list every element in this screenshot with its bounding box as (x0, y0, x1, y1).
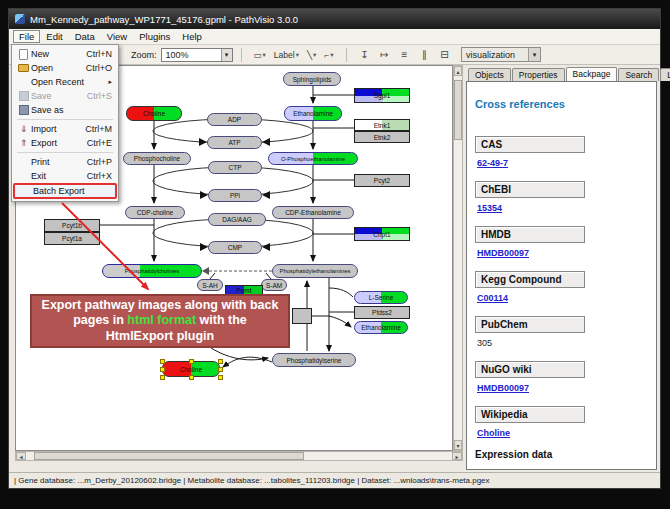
menu-plugins[interactable]: Plugins (133, 30, 176, 43)
pathway-node-cmp[interactable]: CMP (208, 241, 262, 254)
pathway-node-pcyt2[interactable]: Pcyt2 (354, 174, 410, 187)
canvas-vertical-scrollbar[interactable]: ▴ ▾ (453, 65, 463, 451)
xref-link[interactable]: Choline (477, 428, 510, 438)
selection-handle[interactable] (160, 359, 165, 364)
pathway-node-cdp-ethanolamine[interactable]: CDP-Ethanolamine (272, 206, 354, 219)
file-menu-item-export[interactable]: ⇑ExportCtrl+E (13, 136, 117, 150)
pathway-node-ppi[interactable]: PPi (208, 189, 262, 202)
pathway-node-sphingolipids[interactable]: Sphingolipids (283, 72, 341, 86)
pathway-node-phosphatidylethanolamines[interactable]: Phosphatidylethanolamines (272, 264, 358, 278)
pathway-node-pcyt1b[interactable]: Pcyt1b (44, 219, 100, 232)
pathway-node-ethanolamine[interactable]: Ethanolamine (354, 321, 408, 334)
file-menu-item-print[interactable]: PrintCtrl+P (13, 155, 117, 169)
xref-link[interactable]: HMDB00097 (477, 248, 529, 258)
file-menu-item-exit[interactable]: ExitCtrl+X (13, 169, 117, 183)
shortcut-label: Ctrl+S (87, 91, 114, 101)
pathway-node-l-serine[interactable]: L-Serine (354, 291, 408, 304)
zoom-combobox[interactable]: 100% ▾ (161, 48, 233, 62)
tab-objects[interactable]: Objects (468, 68, 511, 81)
scroll-left-icon[interactable]: ◂ (16, 452, 26, 460)
xref-link[interactable]: 15354 (477, 203, 502, 213)
pathway-node-o-phosphoethanolamine[interactable]: O-Phosphoethanolamine (268, 152, 358, 165)
pathway-node-atp[interactable]: ATP (207, 136, 262, 149)
label-tool[interactable]: Label▾ (270, 48, 303, 62)
file-menu-item-batch-export[interactable]: Batch Export (13, 183, 117, 199)
scroll-right-icon[interactable]: ▸ (452, 452, 462, 460)
tab-legend[interactable]: Legend (660, 68, 670, 81)
zoom-dropdown-icon[interactable]: ▾ (221, 49, 232, 61)
file-menu-item-new[interactable]: NewCtrl+N (13, 47, 117, 61)
pathway-node-phosphocholine[interactable]: Phosphocholine (123, 152, 191, 165)
menu-view[interactable]: View (101, 30, 133, 43)
pathway-node-adp[interactable]: ADP (207, 113, 262, 126)
pathway-node-ptdss2[interactable]: Ptdss2 (354, 306, 410, 319)
tab-backpage[interactable]: Backpage (566, 67, 618, 81)
visualization-dropdown-icon[interactable]: ▾ (528, 48, 540, 61)
tab-search[interactable]: Search (618, 68, 659, 81)
connector-tool[interactable]: ⌐▾ (320, 48, 337, 62)
xref-link[interactable]: HMDB00097 (477, 383, 529, 393)
shortcut-label: Ctrl+M (85, 124, 114, 134)
xref-title: CAS (475, 136, 585, 153)
title-bar[interactable]: Mm_Kennedy_pathway_WP1771_45176.gpml - P… (9, 9, 660, 29)
file-menu-item-save-as[interactable]: Save as (13, 103, 117, 117)
pathway-node-ethanolamine[interactable]: Ethanolamine (284, 106, 342, 121)
menu-edit[interactable]: Edit (40, 30, 68, 43)
selection-handle[interactable] (218, 375, 223, 380)
pathway-node-choline[interactable]: Choline (126, 106, 182, 121)
submenu-arrow-icon: ▸ (108, 78, 114, 86)
import-icon: ⇓ (16, 123, 31, 135)
pathway-node-s-ah[interactable]: S-AH (197, 279, 223, 291)
visualization-combobox[interactable]: visualization ▾ (461, 47, 541, 62)
new-document-icon (16, 48, 31, 60)
print-icon[interactable]: ⊟ (437, 47, 453, 62)
selection-handle[interactable] (218, 359, 223, 364)
datanode-tool[interactable]: ▭▾ (250, 48, 270, 62)
menu-help[interactable]: Help (176, 30, 208, 43)
pathway-node-phosphatidylcholines[interactable]: Phosphatidylcholines (102, 264, 202, 278)
scroll-up-icon[interactable]: ▴ (454, 66, 462, 76)
menu-file[interactable]: File (13, 30, 40, 43)
shortcut-label: Ctrl+O (86, 63, 114, 73)
align-center-y-icon[interactable]: ↦ (377, 47, 393, 62)
file-menu-item-label: New (31, 49, 86, 59)
horizontal-scroll-thumb[interactable] (34, 452, 304, 460)
pathway-node-etnk2[interactable]: Etnk2 (354, 131, 410, 143)
cross-references-heading: Cross references (475, 98, 648, 110)
pathway-node-sgpl1[interactable]: Sgpl1 (354, 88, 410, 103)
pathway-node-cdp-choline[interactable]: CDP-choline (125, 206, 185, 219)
align-center-x-icon[interactable]: ↧ (357, 47, 373, 62)
canvas-horizontal-scrollbar[interactable]: ◂ ▸ (15, 451, 463, 461)
file-menu-item-import[interactable]: ⇓ImportCtrl+M (13, 122, 117, 136)
pathway-node-pcyt1a[interactable]: Pcyt1a (44, 232, 100, 245)
selection-handle[interactable] (160, 367, 165, 372)
tab-properties[interactable]: Properties (512, 68, 565, 81)
xref-link[interactable]: 62-49-7 (477, 158, 508, 168)
stack-vertical-icon[interactable]: ∥ (417, 47, 433, 62)
pathway-node-ctp[interactable]: CTP (208, 161, 262, 174)
pathway-node-dag-aag[interactable]: DAG/AAG (208, 213, 266, 226)
vertical-scroll-thumb[interactable] (454, 80, 462, 140)
stack-horizontal-icon[interactable]: ≡ (397, 47, 413, 62)
pathway-node-s-am[interactable]: S-AM (261, 279, 287, 291)
pathway-node-chpt1[interactable]: Chpt1 (354, 227, 410, 241)
scroll-down-icon[interactable]: ▾ (454, 440, 462, 450)
line-tool[interactable]: ╲▾ (303, 48, 320, 62)
file-menu-item-open-recent[interactable]: Open Recent▸ (13, 75, 117, 89)
xref-link[interactable]: C00114 (477, 293, 508, 303)
file-menu-item-label: Batch Export (33, 186, 110, 196)
selection-handle[interactable] (189, 375, 194, 380)
pathway-node-choline[interactable]: Choline (162, 361, 220, 377)
menu-data[interactable]: Data (69, 30, 101, 43)
file-menu-item-open[interactable]: OpenCtrl+O (13, 61, 117, 75)
annotation-callout: Export pathway images along with back pa… (30, 294, 290, 348)
file-menu-item-save[interactable]: SaveCtrl+S (13, 89, 117, 103)
status-bar: | Gene database: ...m_Derby_20120602.bri… (9, 472, 660, 488)
pathway-node-phosphatidylserine[interactable]: Phosphatidylserine (272, 353, 356, 367)
pathway-node-etnk1[interactable]: Etnk1 (354, 119, 410, 131)
selection-handle[interactable] (160, 375, 165, 380)
selection-handle[interactable] (189, 359, 194, 364)
selection-handle[interactable] (218, 367, 223, 372)
pathway-node-gene-box[interactable] (292, 308, 312, 324)
file-menu-item-label: Exit (31, 171, 87, 181)
